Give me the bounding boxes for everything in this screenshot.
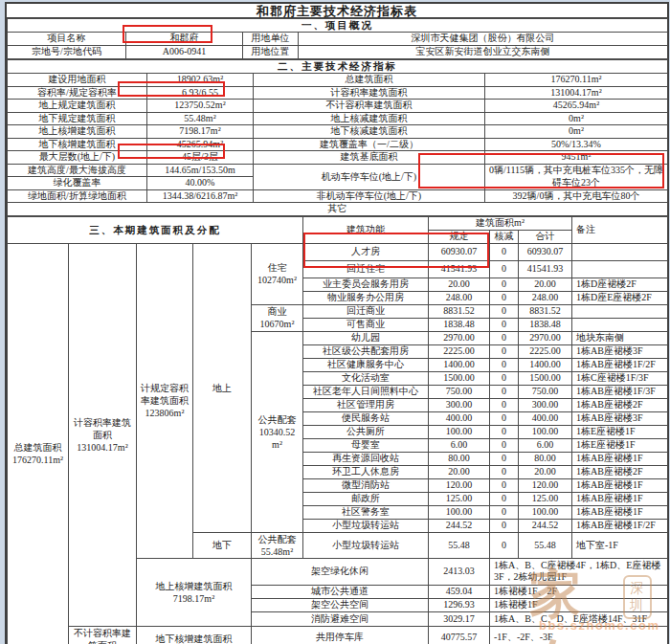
table-cell: 1栋AB座裙楼1F: [572, 505, 668, 519]
table-cell: 幼儿园: [303, 331, 429, 344]
table-cell: [572, 318, 668, 331]
table-cell: 消防避难空间: [252, 611, 429, 626]
table-cell: 125.00: [429, 492, 490, 505]
table-cell: 1栋D座裙楼2F: [572, 278, 668, 291]
table-cell: 建筑高度/最大海拔高度: [8, 164, 147, 177]
table-cell: 1296.93: [429, 598, 490, 611]
table-cell: 125.00: [519, 492, 572, 505]
table-cell: 地下室-1F: [572, 532, 668, 558]
table-cell: 地下核增建筑面积: [8, 138, 147, 151]
table-cell: 不计容积率建筑面积: [254, 100, 485, 113]
table-cell: 1838.48: [429, 318, 490, 331]
table-cell: 文化活动室: [303, 371, 429, 385]
table-cell: 244.52: [429, 519, 490, 532]
table-cell: 100.00: [519, 425, 572, 438]
table-cell: 80.00: [429, 452, 490, 465]
indicator-sheet: 和郡府主要技术经济指标表 一、项目概况项目名称和郡府用地单位深圳市天健集团（股份…: [5, 2, 669, 644]
table-cell: 2225.00: [429, 344, 490, 358]
table-cell: [572, 243, 668, 260]
table-cell: 0: [490, 331, 519, 344]
table-cell: 备注: [572, 216, 668, 243]
table-cell: 可售商业: [303, 318, 429, 331]
table-cell: 0: [490, 291, 519, 304]
specified-far-gfa-group: 计规定容积率建筑面积 123806m²: [137, 243, 193, 558]
table-cell: 9451m²: [485, 151, 668, 165]
table-cell: 41541.93: [519, 260, 572, 278]
section2-header: 二、主要技术经济指标: [8, 60, 668, 74]
table-cell: 1栋AB座裙楼1F/2F: [572, 358, 668, 371]
table-cell: 物业服务办公用房: [303, 291, 429, 304]
table-cell: 合计: [519, 230, 572, 243]
table-cell: 1栋E座裙楼1F: [572, 438, 668, 452]
below-bonus-group: 地下核增建筑面积 45265.94m²: [137, 626, 252, 644]
table-cell: 0: [490, 278, 519, 291]
document-title: 和郡府主要技术经济指标表: [7, 4, 667, 18]
table-cell: 绿地面积/折算绿地面积: [8, 189, 147, 203]
table-cell: 规定: [429, 230, 490, 243]
table-cell: [572, 260, 668, 278]
table-cell: 41541.93: [429, 260, 490, 278]
table-cell: 社区管理用房: [303, 398, 429, 411]
table-cell: 总建筑面积: [254, 74, 485, 87]
table-cell: 1栋A、B、C、D、E座塔楼14F、31F: [490, 611, 668, 626]
table-cell: 回迁商业: [303, 304, 429, 318]
table-cell: 微型消防站: [303, 478, 429, 492]
table-cell: 地下核减建筑面积: [254, 125, 485, 139]
table-cell: 0: [490, 425, 519, 438]
table-cell: 60930.07: [429, 243, 490, 260]
table-cell: 建筑基底面积: [254, 151, 485, 165]
table-cell: 300.00: [519, 398, 572, 411]
talent-housing-row: 人才房: [303, 243, 429, 260]
motor-parking-value: 0辆/1115辆，其中充电桩车位335个，无障碍车位23个: [485, 164, 668, 189]
table-cell: 80.00: [519, 452, 572, 465]
table-cell: 1栋AB座裙楼1F: [572, 452, 668, 465]
table-cell: 1400.00: [519, 358, 572, 371]
table-cell: 社区级公共配套用房: [303, 344, 429, 358]
table-cell: 便民服务站: [303, 411, 429, 425]
project-name-label: 项目名称: [8, 33, 126, 46]
table-cell: 0: [490, 304, 519, 318]
table-cell: 3029.17: [429, 611, 490, 626]
table-cell: 1栋AB座裙楼2F: [572, 465, 668, 478]
land-user-label: 用地单位: [243, 33, 299, 46]
table-cell: 144.65m/153.50m: [147, 164, 254, 177]
table-cell: 55.48: [519, 532, 572, 558]
table-cell: 小型垃圾转运站: [303, 519, 429, 532]
table-cell: 20.00: [429, 278, 490, 291]
table-cell: 2970.00: [519, 331, 572, 344]
table-cell: 1栋裙楼1F、2F: [490, 585, 668, 598]
public-facility-below-group: 公共配套 55.48m²: [252, 532, 303, 558]
table-cell: 120.00: [429, 478, 490, 492]
table-cell: 8831.52: [429, 304, 490, 318]
table-cell: 建筑覆盖率（一/二级）: [254, 138, 485, 151]
table-cell: 非机动车停车位(地上/下): [254, 189, 485, 203]
table-cell: 容积率/规定容积率: [8, 86, 147, 100]
table-cell: 共用停车库: [252, 626, 429, 644]
table-cell: 100.00: [429, 505, 490, 519]
section2-technical-indicators-table: 二、主要技术经济指标建设用地面积18902.63m²总建筑面积176270.11…: [7, 59, 667, 216]
table-cell: 0: [490, 260, 519, 278]
non-far-gfa-group: 不计容积率建筑面积 45265.94m²: [69, 626, 137, 644]
table-cell: 0m²: [485, 112, 668, 125]
data-table: 一、项目概况项目名称和郡府用地单位深圳市天健集团（股份）有限公司宗地号/宗地代码…: [7, 18, 668, 59]
table-cell: 123750.52m²: [147, 100, 254, 113]
table-cell: 7198.17m²: [147, 125, 254, 139]
above-ground-group: 地上: [193, 243, 252, 532]
table-cell: 绿化覆盖率: [8, 177, 147, 190]
table-cell: 0: [490, 478, 519, 492]
table-cell: 再生资源回收站: [303, 452, 429, 465]
table-cell: 1500.00: [429, 371, 490, 385]
table-cell: 120.00: [519, 478, 572, 492]
data-table: 三、本期建筑面积及分配建筑功能建筑面积m²备注规定核减合计总建筑面积 17627…: [7, 216, 668, 644]
table-cell: 248.00: [429, 291, 490, 304]
parcel-code-label: 宗地号/宗地代码: [8, 46, 126, 59]
table-cell: 40775.57: [429, 626, 490, 644]
table-cell: 社区老年人日间照料中心: [303, 385, 429, 398]
table-cell: 55.48m²: [147, 112, 254, 125]
table-cell: 55.48: [429, 532, 490, 558]
table-cell: 0: [490, 371, 519, 385]
table-cell: 环卫工人休息房: [303, 465, 429, 478]
table-cell: 1344.38/6216.87m²: [147, 189, 254, 203]
table-cell: 8831.52: [519, 304, 572, 318]
table-cell: 1栋E座裙楼1F: [572, 425, 668, 438]
